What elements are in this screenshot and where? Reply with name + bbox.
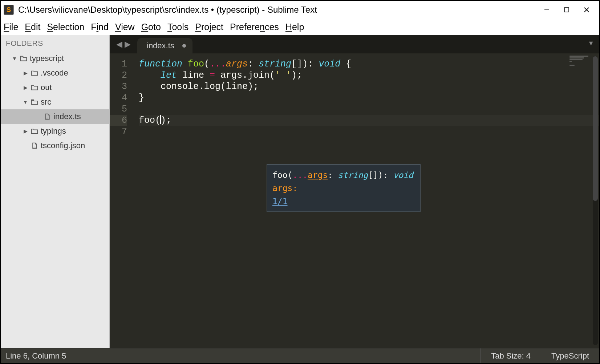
tree-item--vscode[interactable]: ▶.vscode <box>1 66 109 80</box>
nav-forward-icon[interactable]: ▶ <box>125 40 131 49</box>
tab-dirty-indicator-icon <box>182 44 186 48</box>
sidebar-header: FOLDERS <box>1 35 109 50</box>
menu-preferences[interactable]: Preferences <box>230 22 279 32</box>
menu-edit[interactable]: Edit <box>25 22 40 32</box>
folder-icon <box>31 127 38 135</box>
signature-counter[interactable]: 1/1 <box>272 197 288 206</box>
tree-item-typescript[interactable]: ▼typescript <box>1 51 109 66</box>
folder-icon <box>31 69 38 77</box>
tree-item-label: out <box>41 83 52 92</box>
maximize-button[interactable] <box>556 3 576 17</box>
line-number[interactable]: 4 <box>110 92 127 104</box>
minimize-button[interactable] <box>536 3 556 17</box>
code-line[interactable]: } <box>139 92 599 104</box>
menu-bar: File Edit Selection Find View Goto Tools… <box>1 19 599 35</box>
code-line[interactable] <box>139 104 599 115</box>
signature-help-popup: foo(...args: string[]): void args: 1/1 <box>267 164 421 212</box>
code-line[interactable]: function foo(...args: string[]): void { <box>139 58 599 70</box>
menu-find[interactable]: Find <box>91 22 109 32</box>
tree-item-label: typings <box>41 126 66 136</box>
code-line[interactable]: foo(); <box>139 115 599 126</box>
line-number[interactable]: 3 <box>110 81 127 92</box>
menu-view[interactable]: View <box>115 22 135 32</box>
line-number[interactable]: 2 <box>110 70 127 81</box>
tree-item-label: typescript <box>30 54 64 63</box>
tree-item-label: .vscode <box>41 68 68 78</box>
tree-item-label: src <box>41 97 51 107</box>
code-line[interactable]: let line = args.join(' '); <box>139 70 599 81</box>
tab-overflow-icon[interactable]: ▼ <box>588 40 594 47</box>
window-controls <box>536 3 596 17</box>
line-number[interactable]: 5 <box>110 104 127 115</box>
svg-rect-1 <box>564 8 569 12</box>
status-bar: Line 6, Column 5 Tab Size: 4 TypeScript <box>1 348 599 363</box>
tree-item-label: tsconfig.json <box>41 141 85 150</box>
folder-icon <box>20 54 28 62</box>
app-icon: S <box>4 5 14 15</box>
tab-row: ◀ ▶ index.ts ▼ <box>110 35 599 53</box>
tab-index-ts[interactable]: index.ts <box>137 38 192 53</box>
menu-goto[interactable]: Goto <box>141 22 161 32</box>
status-position[interactable]: Line 6, Column 5 <box>1 351 481 361</box>
folder-icon <box>31 98 38 106</box>
line-number[interactable]: 7 <box>110 126 127 137</box>
menu-help[interactable]: Help <box>285 22 304 32</box>
tree-item-index-ts[interactable]: <>index.ts <box>1 109 109 124</box>
svg-text:<>: <> <box>33 146 36 148</box>
signature-current-param: args: <box>272 182 413 195</box>
sidebar: FOLDERS ▼typescript▶.vscode▶out▼src<>ind… <box>1 35 110 348</box>
tree-arrow-icon[interactable]: ▶ <box>23 70 28 76</box>
line-number-gutter: 1234567 <box>110 53 131 348</box>
tree-arrow-icon[interactable]: ▼ <box>12 56 17 61</box>
line-number[interactable]: 6 <box>110 115 127 126</box>
editor-scrollbar[interactable] <box>593 56 598 345</box>
svg-text:<>: <> <box>46 117 49 119</box>
editor-area: ◀ ▶ index.ts ▼ 1234567 function foo(...a… <box>110 35 599 348</box>
folder-tree: ▼typescript▶.vscode▶out▼src<>index.ts▶ty… <box>1 50 109 154</box>
status-language[interactable]: TypeScript <box>541 348 599 363</box>
tab-label: index.ts <box>147 41 174 50</box>
tree-item-label: index.ts <box>53 112 81 121</box>
file-icon: <> <box>43 113 51 121</box>
line-number[interactable]: 1 <box>110 58 127 70</box>
tree-arrow-icon[interactable]: ▼ <box>23 99 28 105</box>
nav-back-icon[interactable]: ◀ <box>116 40 122 49</box>
tab-history-nav: ◀ ▶ <box>116 40 131 49</box>
folder-icon <box>31 84 38 92</box>
signature-line: foo(...args: string[]): void <box>272 169 413 182</box>
scrollbar-thumb[interactable] <box>593 56 598 201</box>
status-tab-size[interactable]: Tab Size: 4 <box>481 348 541 363</box>
tree-item-out[interactable]: ▶out <box>1 80 109 95</box>
close-button[interactable] <box>576 3 596 17</box>
menu-file[interactable]: File <box>4 22 18 32</box>
tree-item-src[interactable]: ▼src <box>1 95 109 109</box>
menu-tools[interactable]: Tools <box>167 22 188 32</box>
minimap[interactable] <box>569 56 591 70</box>
tree-item-typings[interactable]: ▶typings <box>1 124 109 138</box>
menu-selection[interactable]: Selection <box>47 22 84 32</box>
tree-arrow-icon[interactable]: ▶ <box>23 85 28 90</box>
code-line[interactable]: console.log(line); <box>139 81 599 92</box>
title-bar: S C:\Users\vilicvane\Desktop\typescript\… <box>1 1 599 19</box>
window-title: C:\Users\vilicvane\Desktop\typescript\sr… <box>18 5 536 15</box>
code-line[interactable] <box>139 126 599 137</box>
menu-project[interactable]: Project <box>195 22 223 32</box>
tree-item-tsconfig-json[interactable]: <>tsconfig.json <box>1 138 109 153</box>
file-icon: <> <box>31 142 38 150</box>
main-area: FOLDERS ▼typescript▶.vscode▶out▼src<>ind… <box>1 35 599 348</box>
tree-arrow-icon[interactable]: ▶ <box>23 128 28 134</box>
